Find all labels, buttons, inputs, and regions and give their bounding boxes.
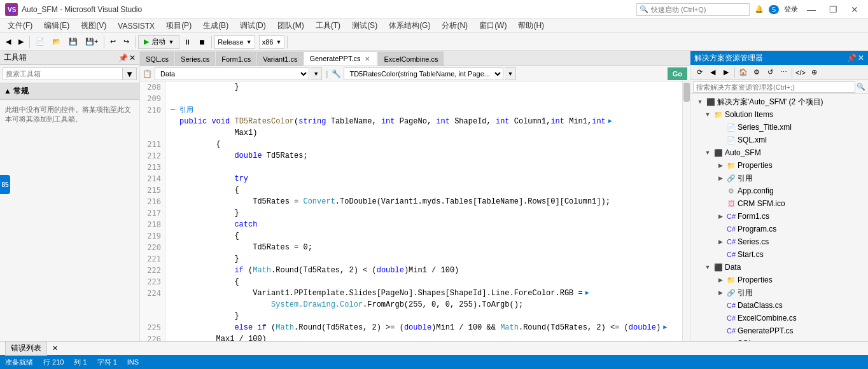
sol-back-btn[interactable]: ◀ bbox=[706, 66, 719, 79]
toolbox-pin-icon[interactable]: 📌 bbox=[118, 53, 128, 62]
tree-item-ref-auto[interactable]: ▶ 🔗 引用 bbox=[690, 172, 868, 184]
sol-filter-btn[interactable]: ⋯ bbox=[777, 66, 790, 79]
solution-search-input[interactable] bbox=[693, 81, 855, 93]
menu-item-b[interactable]: 生成(B) bbox=[198, 19, 234, 32]
menu-item-g[interactable]: 体系结构(G) bbox=[384, 19, 435, 32]
tree-item-sql-cs-tree[interactable]: C# SQL.cs bbox=[690, 337, 868, 341]
tab-sql-cs[interactable]: SQL.cs bbox=[140, 52, 174, 66]
menu-item-f[interactable]: 文件(F) bbox=[3, 19, 38, 32]
close-btn[interactable]: ✕ bbox=[846, 3, 863, 16]
nav-method-dropdown-btn[interactable]: ▼ bbox=[505, 67, 516, 80]
expand-icon-form1[interactable]: ▶ bbox=[716, 212, 725, 221]
quick-launch-input[interactable] bbox=[651, 6, 746, 13]
toolbar-save-btn[interactable]: 💾 bbox=[66, 35, 81, 49]
nav-type-select[interactable]: Data bbox=[155, 67, 309, 80]
menu-item-d[interactable]: 调试(D) bbox=[235, 19, 271, 32]
toolbar-redo-btn[interactable]: ↪ bbox=[120, 35, 132, 49]
menu-item-v[interactable]: 视图(V) bbox=[76, 19, 111, 32]
tree-item-ref-data[interactable]: ▶ 🔗 引用 bbox=[690, 286, 868, 299]
menu-item-w[interactable]: 窗口(W) bbox=[474, 19, 512, 32]
solution-pin-icon[interactable]: 📌 bbox=[847, 53, 857, 62]
tree-item-series-cs[interactable]: ▶ C# Series.cs bbox=[690, 235, 868, 248]
toolbox-general-section[interactable]: ▲ 常规 bbox=[0, 83, 139, 100]
expand-icon-auto-sfm[interactable]: ▼ bbox=[703, 148, 712, 157]
expand-icon-ref-auto[interactable]: ▶ bbox=[716, 174, 725, 183]
restore-btn[interactable]: ❐ bbox=[825, 3, 841, 16]
tab-form1-cs[interactable]: Form1.cs bbox=[216, 52, 256, 66]
code-container[interactable]: 208 209 210 211 212 213 214 215 216 217 … bbox=[140, 81, 682, 341]
toolbox-search-input[interactable] bbox=[3, 67, 123, 80]
play-button[interactable]: ▶ 启动 ▼ bbox=[138, 35, 179, 49]
sol-forward-btn[interactable]: ▶ bbox=[720, 66, 732, 79]
sol-props-btn[interactable]: ⚙ bbox=[750, 66, 763, 79]
menu-item-p[interactable]: 项目(P) bbox=[161, 19, 197, 32]
tree-item-properties-data[interactable]: ▶ 📁 Properties bbox=[690, 274, 868, 286]
minimize-btn[interactable]: — bbox=[803, 3, 820, 16]
expand-icon-props-data[interactable]: ▶ bbox=[716, 275, 725, 284]
tab-close-icon[interactable]: ✕ bbox=[363, 54, 372, 63]
tree-item-sql-xml[interactable]: 📄 SQL.xml bbox=[690, 134, 868, 146]
sol-refresh-btn[interactable]: ↺ bbox=[764, 66, 776, 79]
tree-item-properties-auto[interactable]: ▶ 📁 Properties bbox=[690, 159, 868, 172]
expand-icon-data-proj[interactable]: ▼ bbox=[703, 263, 712, 272]
menu-item-s[interactable]: 测试(S) bbox=[347, 19, 382, 32]
tree-item-dataclass-cs[interactable]: C# DataClass.cs bbox=[690, 299, 868, 312]
toolbar-forward-btn[interactable]: ▶ bbox=[15, 35, 27, 49]
nav-method-select[interactable]: TD5RatesColor(string TableName, int Page… bbox=[344, 67, 503, 80]
tree-item-start-cs[interactable]: C# Start.cs bbox=[690, 248, 868, 261]
collapse-btn[interactable]: — bbox=[171, 104, 179, 116]
quick-launch-box[interactable]: 🔍 bbox=[636, 3, 750, 16]
toolbar-pause-btn[interactable]: ⏸ bbox=[181, 35, 194, 49]
login-btn[interactable]: 登录 bbox=[784, 4, 798, 14]
error-panel-close-icon[interactable]: ✕ bbox=[52, 344, 58, 352]
tree-item-series-title-xml[interactable]: 📄 Series_Title.xml bbox=[690, 121, 868, 134]
expand-icon-solution[interactable]: ▼ bbox=[696, 97, 704, 106]
sol-code-btn[interactable]: </> bbox=[794, 66, 807, 79]
toolbox-search-btn[interactable]: ▼ bbox=[123, 67, 137, 80]
tree-item-solution-items[interactable]: ▼ 📁 Solution Items bbox=[690, 108, 868, 121]
tree-item-data-project[interactable]: ▼ ⬛ Data bbox=[690, 261, 868, 274]
sidebar-notch[interactable]: 85 bbox=[0, 175, 10, 194]
build-config-dropdown[interactable]: Release ▼ bbox=[214, 35, 255, 49]
sol-home-btn[interactable]: 🏠 bbox=[737, 66, 750, 79]
tree-item-excelcombine-cs-tree[interactable]: C# ExcelCombine.cs bbox=[690, 312, 868, 324]
tree-item-crm-ico[interactable]: 🖼 CRM SFM.ico bbox=[690, 197, 868, 210]
toolbar-saveall-btn[interactable]: 💾+ bbox=[82, 35, 101, 49]
menu-item-vassistx[interactable]: VASSISTX bbox=[113, 20, 160, 32]
menu-item-h[interactable]: 帮助(H) bbox=[513, 19, 549, 32]
vert-scrollbar[interactable] bbox=[682, 81, 690, 341]
tree-item-generateppt-cs-tree[interactable]: C# GeneratePPT.cs bbox=[690, 324, 868, 337]
toolbox-close-icon[interactable]: ✕ bbox=[129, 53, 136, 62]
menu-item-m[interactable]: 团队(M) bbox=[272, 19, 309, 32]
toolbar-open-btn[interactable]: 📂 bbox=[49, 35, 64, 49]
menu-item-n[interactable]: 分析(N) bbox=[437, 19, 473, 32]
toolbar-undo-btn[interactable]: ↩ bbox=[107, 35, 119, 49]
vert-scroll-thumb[interactable] bbox=[683, 83, 690, 102]
sol-sync-btn[interactable]: ⟳ bbox=[693, 66, 706, 79]
platform-dropdown[interactable]: x86 ▼ bbox=[259, 35, 285, 49]
sol-target-btn[interactable]: ⊕ bbox=[808, 66, 820, 79]
tab-excelcombine-cs[interactable]: ExcelCombine.cs bbox=[378, 52, 444, 66]
error-list-tab[interactable]: 错误列表 bbox=[5, 341, 47, 356]
tab-generateppt-cs[interactable]: GeneratePPT.cs ✕ bbox=[304, 52, 377, 66]
notification-icon[interactable]: 🔔 bbox=[755, 5, 764, 13]
menu-item-t[interactable]: 工具(T) bbox=[311, 19, 346, 32]
tree-item-auto-sfm[interactable]: ▼ ⬛ Auto_SFM bbox=[690, 146, 868, 159]
solution-close-icon[interactable]: ✕ bbox=[858, 53, 864, 62]
tree-item-solution-root[interactable]: ▼ ⬛ 解决方案'Auto_SFM' (2 个项目) bbox=[690, 95, 868, 108]
code-content[interactable]: } — 引用 public void TD5RatesColor(string … bbox=[165, 81, 682, 341]
toolbar-stop-btn[interactable]: ⏹ bbox=[195, 35, 209, 49]
tree-item-app-config[interactable]: ⚙ App.config bbox=[690, 184, 868, 197]
expand-icon-series[interactable]: ▶ bbox=[716, 237, 725, 246]
tree-item-form1-cs[interactable]: ▶ C# Form1.cs bbox=[690, 210, 868, 223]
menu-item-e[interactable]: 编辑(E) bbox=[39, 19, 74, 32]
expand-icon-solution-items[interactable]: ▼ bbox=[703, 110, 712, 119]
tree-item-program-cs[interactable]: C# Program.cs bbox=[690, 223, 868, 235]
expand-icon-ref-data[interactable]: ▶ bbox=[716, 288, 725, 297]
toolbar-back-btn[interactable]: ◀ bbox=[3, 35, 14, 49]
expand-icon-props-auto[interactable]: ▶ bbox=[716, 161, 725, 170]
go-button[interactable]: Go bbox=[668, 67, 687, 80]
toolbar-new-btn[interactable]: 📄 bbox=[32, 35, 48, 49]
tab-series-cs[interactable]: Series.cs bbox=[175, 52, 215, 66]
tab-variant1-cs[interactable]: Variant1.cs bbox=[257, 52, 303, 66]
